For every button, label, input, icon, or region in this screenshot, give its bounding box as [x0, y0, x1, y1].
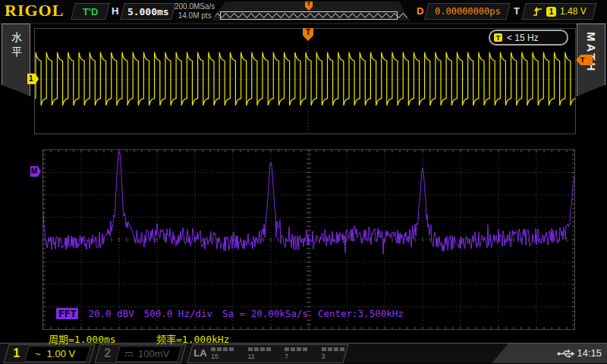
fft-window — [42, 149, 575, 330]
la-channel-square — [291, 347, 295, 351]
la-channel-square — [322, 347, 326, 351]
la-channel-square — [217, 347, 222, 351]
rising-edge-icon — [533, 6, 543, 17]
la-channel-square — [211, 347, 215, 351]
fft-vertical-scale: 20.0 dBV — [88, 308, 134, 319]
trigger-freq-icon: T — [494, 33, 502, 42]
memory-depth: 14.0M pts — [175, 11, 215, 20]
la-group-label: 7 — [285, 353, 288, 360]
fft-center-frequency: Center:3.500kHz — [318, 308, 404, 319]
la-group-label: 11 — [248, 353, 255, 360]
la-channel-square — [285, 347, 289, 351]
trigger-frequency-text: < 15 Hz — [507, 33, 539, 43]
la-channel-square — [303, 347, 307, 351]
sidebar-tab-horizontal[interactable]: 水平 — [2, 24, 30, 96]
trigger-position-mini-marker[interactable]: T — [305, 2, 313, 11]
oscilloscope-screen: RIGOL T'D H 5.000ms 200.0MSa/s 14.0M pts… — [0, 0, 607, 364]
top-status-bar: RIGOL T'D H 5.000ms 200.0MSa/s 14.0M pts… — [0, 0, 607, 24]
channel2-number: 2 — [104, 347, 111, 360]
la-group-label: 15 — [211, 353, 219, 360]
usb-icon — [557, 349, 575, 359]
la-channel-square — [229, 347, 234, 351]
la-channel-square — [328, 347, 332, 351]
measurement-frequency: 频率=1.000kHz — [156, 331, 229, 346]
fft-info-row: FFT 20.0 dBV 500.0 Hz/div Sa = 20.00kSa/… — [56, 308, 404, 319]
la-channel-square — [223, 347, 228, 351]
channel1-coupling-symbol: ~ — [35, 348, 41, 359]
delay-panel[interactable]: 0.00000000ps — [424, 3, 510, 20]
trigger-settings-panel[interactable]: 1 1.48 V — [521, 3, 596, 20]
la-channel-indicators: 151173 — [190, 345, 345, 362]
fft-horizontal-scale: 500.0 Hz/div — [144, 308, 212, 319]
trigger-level-value: 1.48 V — [560, 6, 587, 17]
channel2-status-block[interactable]: 2 100mV — [94, 344, 186, 363]
math-reference-marker[interactable]: M — [30, 166, 41, 177]
timebase-panel[interactable]: 5.000ms — [120, 3, 175, 20]
la-channel-square — [340, 347, 344, 351]
bottom-status-bar: 1 ~ 1.00 V 2 100mV LA — [0, 343, 607, 363]
dc-coupling-icon — [124, 350, 134, 358]
la-group-label: 3 — [322, 353, 326, 360]
la-channel-square — [254, 347, 259, 351]
display-window-bracket — [220, 11, 398, 20]
fft-spectrum — [43, 150, 574, 329]
channel2-scale: 100mV — [138, 348, 169, 359]
la-channel-square — [334, 347, 338, 351]
delay-value: 0.00000000ps — [435, 6, 501, 17]
sample-rate: 200.0MSa/s — [175, 2, 215, 11]
channel1-status-block[interactable]: 1 ~ 1.00 V — [3, 344, 95, 363]
timebase-value: 5.000ms — [127, 6, 169, 17]
la-channel-square — [266, 347, 271, 351]
la-channel-square — [248, 347, 253, 351]
memory-position-strip[interactable]: T — [212, 2, 410, 20]
channel1-number: 1 — [13, 347, 20, 360]
clock: 14:15 — [577, 347, 602, 359]
logic-analyzer-block[interactable]: LA 151173 — [187, 344, 348, 363]
channel1-scale: 1.00 V — [47, 348, 76, 359]
measurement-period: 周期=1.000ms — [49, 331, 116, 346]
fft-mode-badge[interactable]: FFT — [56, 308, 78, 319]
la-channel-square — [297, 347, 301, 351]
trigger-status-text: T'D — [83, 6, 98, 17]
horizontal-label: H — [112, 5, 118, 17]
trigger-status-badge: T'D — [71, 3, 109, 20]
bottom-right-section: 14:15 — [492, 344, 607, 363]
la-channel-square — [260, 347, 265, 351]
trigger-source-badge: 1 — [546, 7, 556, 17]
fft-sample-rate: Sa = 20.00kSa/s — [222, 308, 308, 319]
rigol-logo: RIGOL — [5, 1, 64, 20]
delay-label: D — [417, 5, 423, 17]
sample-rate-block: 200.0MSa/s 14.0M pts — [175, 2, 215, 20]
sidebar-tab-horizontal-label: 水平 — [8, 24, 24, 96]
trigger-frequency-badge: T < 15 Hz — [489, 30, 568, 46]
trigger-section-label: T — [514, 5, 520, 17]
